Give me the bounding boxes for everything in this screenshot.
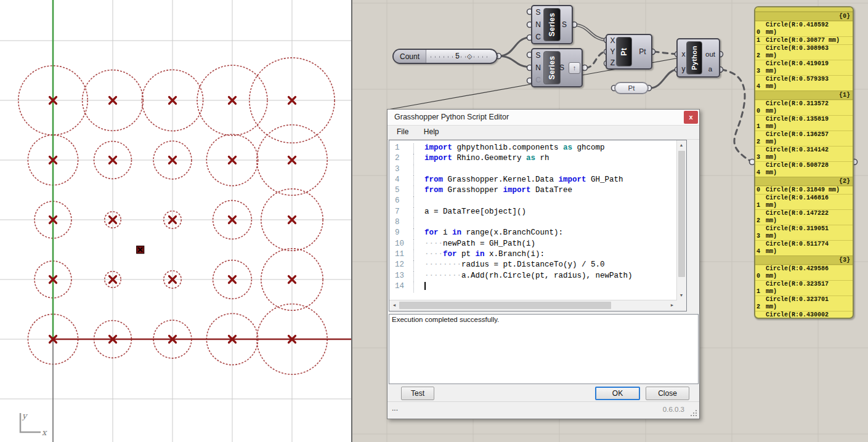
python-script-editor-dialog[interactable]: Grasshopper Python Script Editor x File … <box>387 109 700 419</box>
python-outputs[interactable]: out a <box>702 39 718 76</box>
code-line[interactable]: 12········radius = pt.DistanceTo(y) / 5.… <box>389 260 677 271</box>
code-line[interactable]: 2import Rhino.Geometry as rh <box>389 154 677 164</box>
code-text <box>414 165 424 175</box>
panel-item-row: 3Circle(R:0.319051 mm) <box>755 225 853 240</box>
wire[interactable] <box>654 52 676 54</box>
code-line[interactable]: 10····newPath = GH_Path(i) <box>389 239 677 250</box>
item-value: Circle(R:0.31849 mm) <box>766 187 843 194</box>
code-line[interactable]: 1import ghpythonlib.components as ghcomp <box>389 143 677 154</box>
item-index: 3 <box>755 225 766 240</box>
code-text: ········radius = pt.DistanceTo(y) / 5.0 <box>414 260 605 271</box>
wire[interactable] <box>498 38 529 56</box>
code-text: from Grasshopper.Kernel.Data import GH_P… <box>414 175 623 186</box>
code-line[interactable]: 9for i in range(x.BranchCount): <box>389 228 677 239</box>
item-index: 1 <box>755 195 766 209</box>
pt-outputs[interactable]: Pt <box>636 35 649 68</box>
line-number: 8 <box>389 218 414 228</box>
item-index: 2 <box>755 131 766 146</box>
series2-inputs[interactable]: S N C <box>533 49 543 86</box>
series1-outputs[interactable]: S <box>558 6 570 43</box>
code-line[interactable]: 7a = DataTree[object]() <box>389 207 677 218</box>
code-line[interactable]: 13········a.Add(rh.Circle(pt, radius), n… <box>389 271 677 282</box>
code-text: a = DataTree[object]() <box>414 207 526 218</box>
wire[interactable] <box>586 52 606 68</box>
scroll-left-icon[interactable]: ◄ <box>390 300 399 310</box>
item-value: Circle(R:0.429586 mm) <box>766 265 843 280</box>
code-line[interactable]: 6 <box>389 196 677 207</box>
menu-file[interactable]: File <box>391 126 415 138</box>
graft-icon[interactable]: ↑ <box>569 62 580 74</box>
code-line[interactable]: 11····for pt in x.Branch(i): <box>389 250 677 260</box>
vertical-scrollbar[interactable]: ▲ ▼ <box>676 140 686 300</box>
wire[interactable] <box>650 70 676 88</box>
code-text <box>414 282 426 292</box>
line-number: 6 <box>389 196 414 207</box>
panel-item-row: 1Circle(R:0.323517 mm) <box>755 280 853 295</box>
series2-outputs[interactable]: S <box>556 49 568 86</box>
wire[interactable] <box>721 70 751 161</box>
pt-name-plate: Pt <box>616 37 632 66</box>
line-number: 13 <box>389 271 414 282</box>
code-editor[interactable]: 1import ghpythonlib.components as ghcomp… <box>389 140 687 311</box>
hscroll-thumb[interactable] <box>399 302 611 309</box>
item-value: Circle(R:0.430002 mm) <box>766 311 843 319</box>
python-component[interactable]: x y Python out a <box>676 38 720 78</box>
wire[interactable] <box>498 56 529 67</box>
code-line[interactable]: 5from Grasshopper import DataTree <box>389 186 677 196</box>
item-value: Circle(R:0.308963 mm) <box>766 45 843 60</box>
item-index: 3 <box>755 311 766 319</box>
close-button[interactable]: x <box>684 111 698 124</box>
vscroll-thumb[interactable] <box>678 151 685 277</box>
code-text: import Rhino.Geometry as rh <box>414 154 550 164</box>
item-index: 0 <box>755 100 766 115</box>
point-component[interactable]: X Y Z Pt Pt <box>606 34 652 70</box>
item-value: Circle(R:0.30877 mm) <box>766 37 843 44</box>
code-text: ····for pt in x.Branch(i): <box>414 250 545 260</box>
close-dialog-button[interactable]: Close <box>646 387 689 400</box>
code-lines[interactable]: 1import ghpythonlib.components as ghcomp… <box>389 140 677 300</box>
resize-grip-icon[interactable] <box>696 415 697 416</box>
series-component-1[interactable]: S N C Series S <box>531 5 573 44</box>
item-index: 2 <box>755 210 766 225</box>
line-number: 12 <box>389 260 414 271</box>
code-text: for i in range(x.BranchCount): <box>414 228 563 239</box>
item-value: Circle(R:0.579393 mm) <box>766 76 843 90</box>
panel-item-row: 2Circle(R:0.308963 mm) <box>755 44 853 60</box>
dialog-titlebar[interactable]: Grasshopper Python Script Editor x <box>387 110 699 126</box>
series1-inputs[interactable]: S N C <box>533 6 543 43</box>
branch-path-header: {0} <box>755 12 853 21</box>
pt-param-label: Pt <box>628 84 635 92</box>
scroll-right-icon[interactable]: ► <box>668 300 676 310</box>
item-index: 3 <box>755 147 766 161</box>
scroll-up-icon[interactable]: ▲ <box>677 141 686 150</box>
menu-help[interactable]: Help <box>418 126 445 138</box>
execution-message: Execution completed successfully. <box>392 316 499 323</box>
item-value: Circle(R:0.418592 mm) <box>766 22 843 36</box>
item-index: 0 <box>755 22 766 36</box>
code-line[interactable]: 3 <box>389 165 677 175</box>
code-line[interactable]: 14 <box>389 282 677 292</box>
horizontal-scrollbar[interactable]: ◄ ► <box>389 300 677 311</box>
status-left: ... <box>392 404 398 412</box>
panel-item-row: 4Circle(R:0.579393 mm) <box>755 75 853 90</box>
count-slider[interactable]: Count 5 ◇ <box>392 49 498 64</box>
pt-param-capsule[interactable]: Pt <box>614 82 649 94</box>
code-line[interactable]: 4from Grasshopper.Kernel.Data import GH_… <box>389 175 677 186</box>
item-value: Circle(R:0.146816 mm) <box>766 195 843 209</box>
panel-top-cap <box>755 7 853 12</box>
scroll-down-icon[interactable]: ▼ <box>677 291 686 300</box>
branch-path-header: {1} <box>755 90 853 100</box>
item-index: 4 <box>755 162 766 177</box>
ok-button[interactable]: OK <box>595 387 640 400</box>
line-number: 11 <box>389 250 414 260</box>
panel-item-row: 4Circle(R:0.511774 mm) <box>755 240 853 255</box>
test-button[interactable]: Test <box>401 387 434 400</box>
item-value: Circle(R:0.136257 mm) <box>766 131 843 146</box>
series-component-2[interactable]: S N C Series S ↑ <box>531 48 583 87</box>
dialog-menubar: File Help <box>387 126 699 140</box>
code-line[interactable]: 8 <box>389 218 677 228</box>
item-index: 1 <box>755 37 766 44</box>
data-panel[interactable]: {0}0Circle(R:0.418592 mm)1Circle(R:0.308… <box>754 6 854 319</box>
item-index: 4 <box>755 241 766 255</box>
slider-grip-icon[interactable]: ◇ <box>467 52 472 60</box>
